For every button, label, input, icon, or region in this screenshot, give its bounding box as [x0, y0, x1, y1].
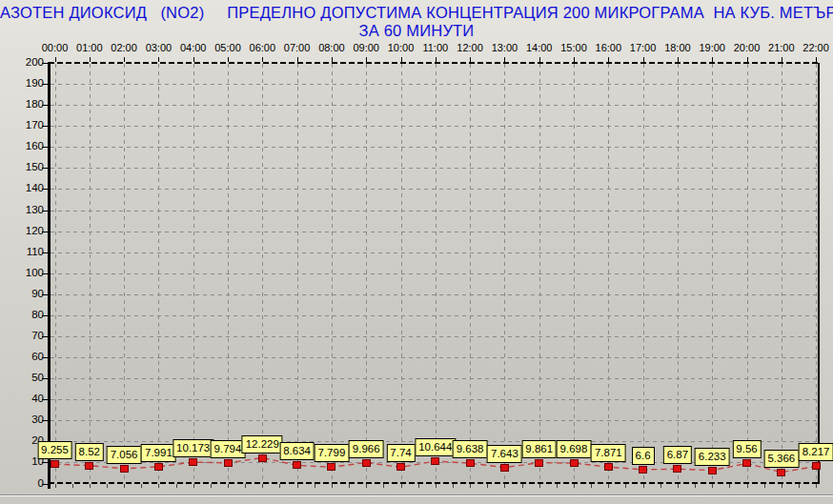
point-value-label: 6.233 — [695, 448, 730, 466]
point-value-label: 6.6 — [632, 447, 655, 465]
data-point-marker — [535, 459, 543, 467]
data-point-marker — [85, 462, 93, 470]
point-value-label: 10.644 — [415, 438, 456, 456]
data-point-marker — [742, 459, 751, 467]
series-line-layer — [0, 0, 833, 504]
no2-hourly-concentration-chart: АЗОТЕН ДИОКСИД (NO2) ПРЕДЕЛНО ДОПУСТИМА … — [0, 0, 833, 504]
data-point-marker — [777, 469, 785, 476]
point-value-label: 8.634 — [279, 442, 315, 460]
point-value-label: 7.74 — [386, 444, 415, 462]
point-value-label: 7.871 — [591, 444, 626, 462]
point-value-label: 9.966 — [349, 440, 384, 458]
point-value-label: 9.638 — [453, 440, 488, 458]
data-point-marker — [673, 465, 681, 473]
data-point-marker — [189, 458, 197, 466]
point-value-label: 7.991 — [141, 444, 176, 462]
point-value-label: 7.643 — [487, 445, 522, 463]
point-value-label: 9.255 — [37, 441, 72, 459]
data-point-marker — [362, 459, 371, 467]
data-point-marker — [570, 459, 579, 467]
data-point-marker — [500, 464, 509, 472]
point-value-label: 9.794 — [211, 440, 246, 458]
point-value-label: 6.87 — [663, 446, 692, 464]
point-value-label: 12.229 — [242, 435, 283, 454]
point-value-label: 7.056 — [107, 446, 142, 464]
point-value-label: 5.366 — [763, 450, 799, 468]
data-point-marker — [51, 460, 59, 468]
data-point-marker — [466, 459, 475, 467]
data-point-marker — [604, 463, 613, 471]
data-point-marker — [120, 465, 129, 473]
data-point-marker — [431, 457, 439, 465]
point-value-label: 9.861 — [521, 440, 557, 458]
point-value-label: 9.698 — [557, 440, 592, 458]
data-point-marker — [327, 463, 335, 471]
data-point-marker — [708, 467, 717, 474]
data-point-marker — [396, 463, 405, 471]
data-point-marker — [154, 463, 163, 471]
data-point-marker — [293, 461, 301, 469]
point-value-label: 7.799 — [315, 444, 350, 462]
point-value-label: 9.56 — [732, 440, 761, 458]
bottom-separator-line — [0, 494, 833, 496]
point-value-label: 10.173 — [173, 439, 213, 457]
point-value-label: 8.217 — [799, 443, 833, 461]
data-point-marker — [224, 459, 233, 467]
data-point-marker — [639, 466, 647, 474]
data-point-marker — [812, 462, 821, 470]
data-point-marker — [258, 454, 267, 462]
point-value-label: 8.52 — [75, 443, 104, 461]
